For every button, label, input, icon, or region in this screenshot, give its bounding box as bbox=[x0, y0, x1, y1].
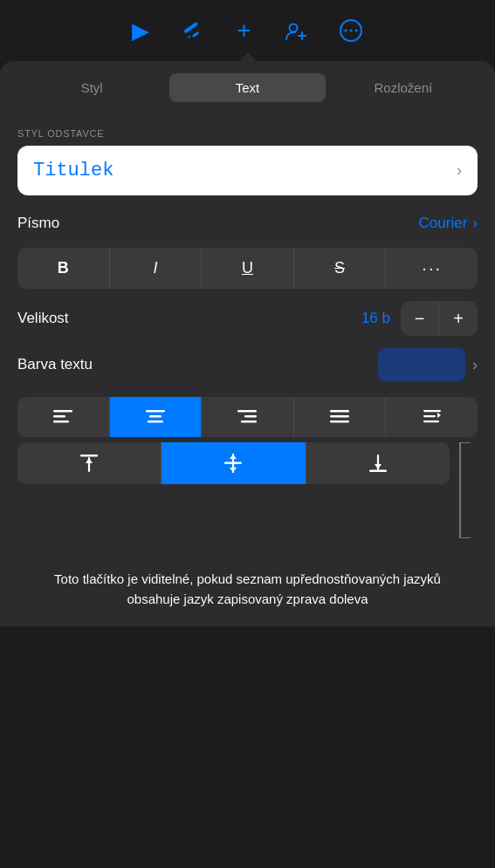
valign-and-annotation bbox=[17, 442, 478, 538]
svg-rect-15 bbox=[148, 420, 163, 423]
font-value-container[interactable]: Courier › bbox=[419, 215, 478, 232]
valign-top-button[interactable] bbox=[17, 442, 162, 484]
svg-rect-26 bbox=[80, 455, 98, 457]
size-value: 16 b bbox=[361, 310, 390, 327]
font-value: Courier bbox=[419, 215, 468, 232]
svg-point-7 bbox=[344, 30, 347, 32]
color-label: Barva textu bbox=[17, 356, 378, 373]
paragraph-style-label: STYL ODSTAVCE bbox=[17, 128, 478, 139]
svg-rect-16 bbox=[237, 410, 257, 413]
svg-marker-33 bbox=[230, 468, 237, 472]
valign-section bbox=[17, 442, 450, 538]
svg-rect-17 bbox=[244, 415, 257, 418]
panel-content: STYL ODSTAVCE Titulek › Písmo Courier › … bbox=[0, 111, 495, 552]
add-icon[interactable]: + bbox=[237, 17, 251, 44]
svg-point-8 bbox=[349, 30, 352, 32]
color-swatch bbox=[378, 348, 465, 381]
svg-rect-12 bbox=[53, 420, 69, 423]
description-area: Toto tlačítko je viditelné, pokud seznam… bbox=[0, 552, 495, 626]
svg-rect-0 bbox=[183, 22, 198, 34]
svg-rect-24 bbox=[423, 420, 439, 422]
color-chevron: › bbox=[472, 356, 478, 374]
svg-rect-19 bbox=[330, 410, 349, 413]
color-row: Barva textu › bbox=[17, 348, 478, 381]
color-swatch-container[interactable]: › bbox=[378, 348, 478, 381]
italic-button[interactable]: I bbox=[110, 248, 203, 289]
svg-marker-31 bbox=[230, 455, 237, 459]
format-panel: Styl Text Rozložení STYL ODSTAVCE Titule… bbox=[0, 61, 495, 626]
tab-styl[interactable]: Styl bbox=[14, 73, 169, 102]
svg-rect-1 bbox=[192, 31, 199, 38]
size-controls: − + bbox=[401, 301, 478, 336]
bracket-indicator bbox=[453, 442, 478, 538]
valign-middle-button[interactable] bbox=[162, 442, 306, 484]
font-label: Písmo bbox=[17, 215, 59, 232]
more-icon[interactable] bbox=[339, 18, 363, 43]
strikethrough-button[interactable]: S bbox=[294, 248, 387, 289]
annotate-icon[interactable] bbox=[181, 18, 205, 43]
vertical-alignment-row bbox=[17, 442, 450, 484]
paragraph-style-chevron: › bbox=[457, 161, 462, 180]
svg-point-3 bbox=[289, 24, 297, 32]
svg-rect-18 bbox=[241, 420, 257, 423]
align-center-button[interactable] bbox=[110, 397, 203, 437]
paragraph-style-row[interactable]: Titulek › bbox=[17, 146, 478, 195]
size-row: Velikost 16 b − + bbox=[17, 301, 478, 336]
tab-rozlozeni[interactable]: Rozložení bbox=[326, 73, 481, 102]
svg-rect-20 bbox=[330, 415, 349, 418]
tab-text[interactable]: Text bbox=[169, 73, 325, 102]
align-right-button[interactable] bbox=[202, 397, 294, 437]
svg-marker-28 bbox=[86, 458, 93, 463]
font-row: Písmo Courier › bbox=[17, 211, 478, 236]
svg-rect-21 bbox=[330, 420, 349, 423]
svg-rect-13 bbox=[146, 410, 165, 413]
svg-rect-10 bbox=[53, 410, 72, 413]
paragraph-style-value: Titulek bbox=[33, 160, 113, 181]
format-buttons-row: B I U S ··· bbox=[17, 248, 478, 289]
underline-button[interactable]: U bbox=[202, 248, 294, 289]
align-left-button[interactable] bbox=[17, 397, 110, 437]
svg-marker-36 bbox=[375, 464, 382, 469]
play-icon[interactable]: ▶ bbox=[132, 17, 149, 44]
svg-rect-14 bbox=[149, 415, 162, 418]
font-chevron: › bbox=[472, 215, 478, 232]
align-justify-button[interactable] bbox=[294, 397, 387, 437]
description-text: Toto tlačítko je viditelné, pokud seznam… bbox=[35, 570, 460, 609]
more-format-button[interactable]: ··· bbox=[386, 248, 478, 289]
svg-point-9 bbox=[354, 30, 357, 32]
svg-rect-22 bbox=[423, 410, 441, 412]
align-rtl-button[interactable] bbox=[386, 397, 478, 437]
size-decrease-button[interactable]: − bbox=[401, 301, 439, 336]
svg-rect-11 bbox=[53, 415, 65, 418]
horizontal-alignment-row bbox=[17, 397, 478, 437]
size-increase-button[interactable]: + bbox=[439, 301, 478, 336]
size-label: Velikost bbox=[17, 310, 361, 327]
bold-button[interactable]: B bbox=[17, 248, 110, 289]
add-user-icon[interactable] bbox=[283, 18, 307, 43]
valign-bottom-button[interactable] bbox=[306, 442, 450, 484]
svg-marker-2 bbox=[188, 35, 190, 38]
svg-marker-25 bbox=[437, 413, 441, 418]
tab-bar: Styl Text Rozložení bbox=[0, 61, 495, 111]
svg-rect-23 bbox=[423, 415, 436, 417]
